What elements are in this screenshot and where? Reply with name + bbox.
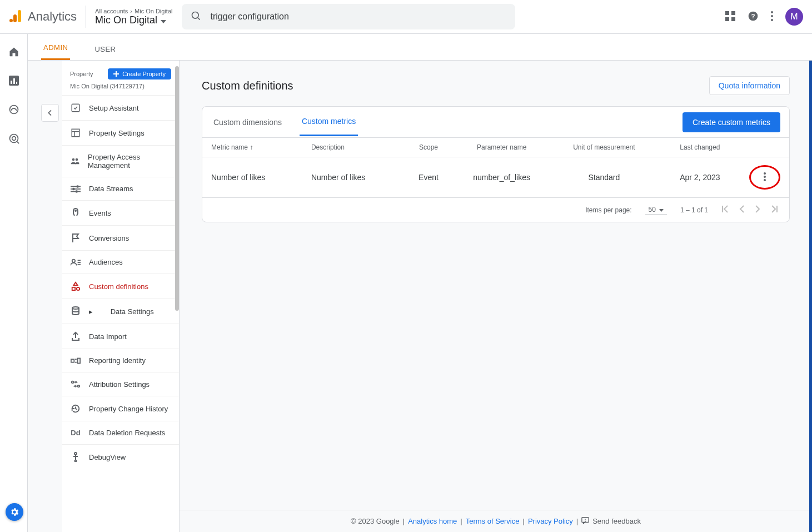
settings-gear-button[interactable] bbox=[6, 503, 23, 521]
sidebar-item-data-import[interactable]: Data Import bbox=[62, 324, 179, 349]
svg-point-18 bbox=[9, 106, 18, 114]
audiences-icon bbox=[70, 258, 81, 266]
flag-icon bbox=[70, 233, 81, 243]
search-box[interactable] bbox=[182, 4, 515, 29]
tab-user[interactable]: USER bbox=[92, 37, 118, 60]
sidebar-item-label: Conversions bbox=[89, 234, 129, 242]
footer-tos[interactable]: Terms of Service bbox=[466, 517, 520, 525]
tab-custom-dimensions[interactable]: Custom dimensions bbox=[211, 109, 284, 136]
sidebar-item-data-deletion[interactable]: DdData Deletion Requests bbox=[62, 421, 179, 444]
logo-block: Analytics bbox=[9, 9, 77, 25]
svg-point-50 bbox=[74, 453, 77, 455]
create-property-button[interactable]: Create Property bbox=[108, 68, 171, 79]
attribution-icon bbox=[70, 380, 81, 389]
cell-desc: Number of likes bbox=[302, 157, 402, 198]
col-metric-name[interactable]: Metric name ↑ bbox=[202, 138, 302, 157]
sidebar-item-events[interactable]: Events bbox=[62, 200, 179, 225]
check-square-icon bbox=[70, 103, 81, 113]
svg-point-49 bbox=[78, 385, 80, 387]
svg-rect-24 bbox=[72, 129, 79, 137]
sidebar-item-label: Events bbox=[89, 209, 111, 217]
col-description[interactable]: Description bbox=[302, 138, 402, 157]
col-last-changed[interactable]: Last changed bbox=[660, 138, 740, 157]
sidebar-item-label: Data Import bbox=[89, 332, 127, 341]
topbar: Analytics All accounts › Mic On Digital … bbox=[0, 0, 812, 34]
avatar[interactable]: M bbox=[785, 8, 803, 26]
scrollbar[interactable] bbox=[175, 66, 179, 311]
svg-point-32 bbox=[77, 186, 78, 187]
sidebar-item-change-history[interactable]: Property Change History bbox=[62, 396, 179, 421]
sidebar-item-property-settings[interactable]: Property Settings bbox=[62, 120, 179, 145]
page-range: 1 – 1 of 1 bbox=[680, 206, 708, 214]
more-vert-icon[interactable] bbox=[771, 11, 773, 23]
advertising-icon[interactable] bbox=[7, 132, 21, 145]
svg-rect-6 bbox=[731, 11, 735, 15]
svg-point-27 bbox=[72, 158, 75, 161]
last-page-button[interactable] bbox=[770, 205, 778, 215]
sort-asc-icon: ↑ bbox=[250, 143, 253, 151]
svg-point-3 bbox=[192, 12, 198, 18]
more-vert-icon[interactable] bbox=[764, 172, 766, 183]
svg-text:?: ? bbox=[751, 12, 755, 19]
col-parameter[interactable]: Parameter name bbox=[455, 138, 549, 157]
page-size-select[interactable]: 50 bbox=[645, 205, 667, 215]
people-icon bbox=[70, 157, 80, 165]
tab-admin[interactable]: ADMIN bbox=[41, 36, 70, 60]
reports-icon[interactable] bbox=[7, 74, 21, 87]
sidebar-item-label: Property Settings bbox=[89, 129, 145, 137]
sidebar-item-audiences[interactable]: Audiences bbox=[62, 250, 179, 274]
home-icon[interactable] bbox=[7, 45, 21, 58]
sidebar-item-attribution[interactable]: Attribution Settings bbox=[62, 372, 179, 396]
definitions-card: Custom dimensions Custom metrics Create … bbox=[202, 106, 790, 222]
footer-privacy[interactable]: Privacy Policy bbox=[528, 517, 573, 525]
svg-point-52 bbox=[75, 460, 77, 462]
custom-def-icon bbox=[70, 281, 81, 291]
sidebar-item-debugview[interactable]: DebugView bbox=[62, 444, 179, 469]
svg-rect-15 bbox=[11, 81, 12, 84]
sidebar-item-label: Property Access Management bbox=[88, 153, 171, 170]
col-unit[interactable]: Unit of measurement bbox=[549, 138, 660, 157]
next-page-button[interactable] bbox=[755, 205, 760, 215]
account-picker[interactable]: All accounts › Mic On Digital Mic On Dig… bbox=[95, 8, 172, 26]
table-row: Number of likes Number of likes Event nu… bbox=[202, 157, 789, 198]
expand-caret-icon: ▸ bbox=[89, 307, 93, 316]
events-icon bbox=[70, 208, 81, 218]
tab-custom-metrics[interactable]: Custom metrics bbox=[300, 108, 358, 136]
svg-point-11 bbox=[771, 11, 773, 13]
sidebar-item-label: DebugView bbox=[89, 453, 126, 461]
copyright: © 2023 Google bbox=[351, 517, 400, 525]
sidebar-item-label: Data Streams bbox=[89, 185, 133, 193]
footer-analytics-home[interactable]: Analytics home bbox=[408, 517, 457, 525]
breadcrumb: All accounts › Mic On Digital bbox=[95, 8, 172, 14]
items-per-page-label: Items per page: bbox=[585, 206, 631, 214]
right-edge-accent bbox=[809, 61, 812, 532]
sidebar-item-property-access[interactable]: Property Access Management bbox=[62, 145, 179, 177]
create-custom-metrics-button[interactable]: Create custom metrics bbox=[683, 112, 780, 132]
svg-rect-47 bbox=[78, 358, 81, 363]
prev-page-button[interactable] bbox=[739, 205, 745, 215]
quota-info-button[interactable]: Quota information bbox=[709, 76, 790, 95]
leftnav bbox=[0, 34, 28, 532]
sidebar-item-setup-assistant[interactable]: Setup Assistant bbox=[62, 95, 179, 120]
debug-icon bbox=[70, 452, 81, 462]
footer-feedback[interactable]: Send feedback bbox=[592, 517, 641, 525]
sidebar-item-label: Reporting Identity bbox=[89, 356, 146, 365]
explore-icon[interactable] bbox=[7, 103, 21, 116]
apps-icon[interactable] bbox=[725, 11, 735, 23]
chevron-down-icon bbox=[659, 206, 664, 213]
col-scope[interactable]: Scope bbox=[402, 138, 455, 157]
search-input[interactable] bbox=[211, 12, 506, 22]
streams-icon bbox=[70, 185, 81, 193]
cell-changed: Apr 2, 2023 bbox=[660, 157, 740, 198]
sidebar-item-conversions[interactable]: Conversions bbox=[62, 225, 179, 250]
sidebar-item-label: Attribution Settings bbox=[89, 380, 150, 389]
sidebar-item-data-streams[interactable]: Data Streams bbox=[62, 177, 179, 200]
first-page-button[interactable] bbox=[721, 205, 729, 215]
sidebar-item-custom-definitions[interactable]: Custom definitions bbox=[62, 274, 179, 299]
svg-point-54 bbox=[764, 172, 766, 175]
svg-point-37 bbox=[72, 259, 75, 262]
sidebar-item-data-settings[interactable]: ▸ Data Settings bbox=[62, 299, 179, 324]
sidebar-item-reporting-identity[interactable]: Reporting Identity bbox=[62, 349, 179, 372]
collapse-sidebar-button[interactable] bbox=[41, 104, 59, 122]
help-icon[interactable]: ? bbox=[748, 11, 759, 23]
